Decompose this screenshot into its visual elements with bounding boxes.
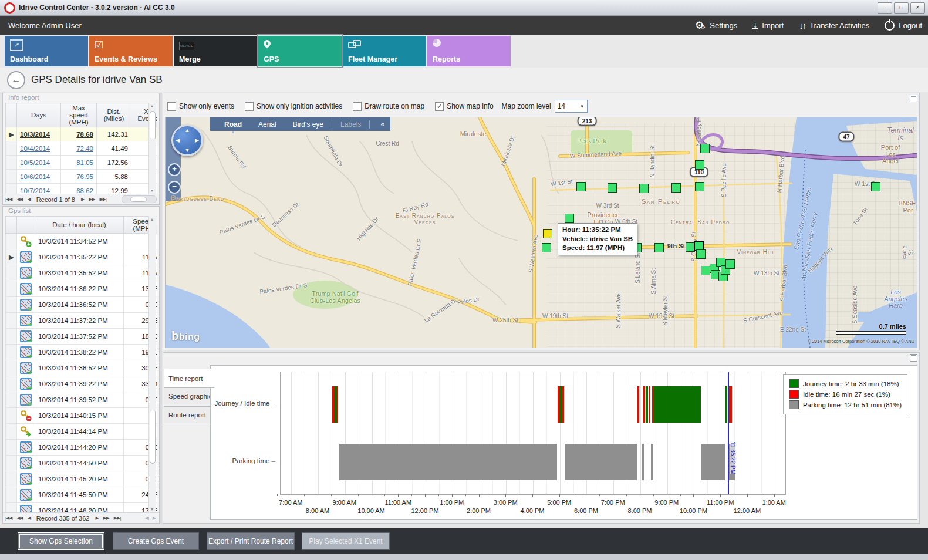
map-pan-compass[interactable]: ▲ ▼ ◀ ▶ [171, 124, 203, 156]
checkbox-show-only-ignition-activities[interactable]: Show only ignition activities [245, 102, 342, 111]
map-zoom-level-select[interactable]: 14▼ [555, 100, 588, 113]
gps-point-marker[interactable] [542, 243, 551, 252]
map-style-road[interactable]: Road [216, 120, 250, 129]
day-link[interactable]: 10/7/2014 [20, 187, 50, 194]
gps-list-scrollbar[interactable]: ▲ ▼ [148, 216, 156, 512]
checkbox-box[interactable]: ✓ [435, 102, 444, 111]
info-col-header[interactable]: Max speed (MPH) [61, 103, 97, 127]
chart-tab-speed-graphic[interactable]: Speed graphic [164, 387, 213, 404]
max-speed-link[interactable]: 76.95 [76, 173, 93, 180]
gps-list-row[interactable]: ▶10/3/2014 11:35:22 PM11.97 [6, 249, 157, 265]
checkbox-show-only-events[interactable]: Show only events [167, 102, 234, 111]
tab-dashboard[interactable]: ↗Dashboard [5, 36, 88, 66]
gps-list-row[interactable]: 10/3/2014 11:39:52 PM0.00 [6, 392, 157, 408]
gps-point-marker[interactable] [671, 183, 681, 193]
max-speed-link[interactable]: 81.05 [76, 159, 93, 166]
chart-tab-time-report[interactable]: Time report [164, 369, 214, 388]
gps-point-marker[interactable] [576, 182, 586, 191]
checkbox-box[interactable] [167, 102, 176, 111]
tab-merge[interactable]: MERGEMerge [174, 36, 257, 66]
checkbox-box[interactable] [245, 102, 254, 111]
gps-point-marker[interactable] [701, 266, 710, 275]
gps-list-row[interactable]: 10/3/2014 11:39:22 PM33.21 [6, 376, 157, 392]
info-col-header[interactable]: Days [17, 103, 61, 127]
map-style-bird-s-eye[interactable]: Bird's eye [285, 120, 332, 129]
footer-button-show-gps-selection[interactable]: Show Gps Selection [18, 532, 104, 550]
gps-list-pager[interactable]: |◀◀◀◀◀ Record 335 of 362 ▶▶▶▶▶| ◀▶ [3, 512, 159, 523]
map-style-labels[interactable]: Labels [332, 120, 369, 129]
info-report-hscrollbar[interactable] [122, 195, 157, 203]
info-report-row[interactable]: 10/6/201476.955.88 [6, 170, 157, 184]
panel-splitter[interactable] [160, 93, 162, 524]
gps-list-row[interactable]: 10/3/2014 11:40:15 PM [6, 408, 157, 424]
gps-list-row[interactable]: 10/3/2014 11:44:50 PM0.00 [6, 456, 157, 471]
gps-point-marker[interactable] [608, 183, 617, 193]
gps-point-marker[interactable] [565, 214, 574, 223]
info-report-row[interactable]: ▶10/3/201478.68142.31 [6, 127, 157, 141]
day-link[interactable]: 10/4/2014 [20, 145, 50, 152]
info-report-pager[interactable]: |◀◀◀◀◀ Record 1 of 8 ▶▶▶▶▶| [3, 194, 159, 204]
collapse-chart-panel-button[interactable] [910, 354, 917, 362]
checkbox-box[interactable] [353, 102, 362, 111]
footer-button-export-print-route-report[interactable]: Export / Print Route Report [207, 532, 295, 550]
collapse-map-panel-button[interactable] [910, 95, 917, 102]
info-col-header[interactable]: Dist. (Miles) [97, 103, 131, 127]
chart-segment-idle-time [558, 386, 559, 423]
maximize-button[interactable]: □ [894, 2, 909, 14]
gps-list-row[interactable]: 10/3/2014 11:37:52 PM18.63 [6, 329, 157, 345]
header-action-import[interactable]: ↓Import [752, 21, 784, 30]
tab-reports[interactable]: Reports [427, 36, 511, 66]
gps-list-row[interactable]: 10/3/2014 11:46:20 PM17.93 [6, 503, 157, 513]
gps-point-marker[interactable] [695, 182, 704, 191]
route-shield-213: 213 [578, 117, 597, 126]
gps-point-marker[interactable] [695, 160, 704, 170]
info-report-scrollbar[interactable]: ▲ ▼ [148, 103, 156, 194]
gps-list-row[interactable]: 10/3/2014 11:37:22 PM29.05 [6, 313, 157, 329]
gps-list-row[interactable]: 10/3/2014 11:38:22 PM19.70 [6, 345, 157, 360]
day-link[interactable]: 10/5/2014 [20, 159, 50, 166]
gps-point-marker[interactable] [871, 182, 880, 191]
close-button[interactable]: × [910, 2, 925, 14]
gps-list-row[interactable]: 10/3/2014 11:44:20 PM0.00 [6, 440, 157, 456]
header-action-transfer-activities[interactable]: ↓↑Transfer Activities [799, 21, 869, 31]
gps-point-marker[interactable] [725, 259, 735, 269]
gps-point-marker[interactable] [654, 243, 664, 252]
gps-list-row[interactable]: 10/3/2014 11:34:52 PM [6, 234, 157, 249]
gps-list-row[interactable]: 10/3/2014 11:36:22 PM13.28 [6, 281, 157, 297]
header-action-logout[interactable]: Logout [885, 21, 922, 31]
bing-map[interactable]: RoadAerialBird's eyeLabels« ▲ ▼ ◀ ▶ + − … [165, 117, 917, 348]
gps-point-marker[interactable] [696, 249, 706, 259]
max-speed-link[interactable]: 72.40 [76, 145, 93, 152]
gps-point-marker[interactable] [639, 184, 649, 193]
day-link[interactable]: 10/6/2014 [20, 173, 50, 180]
map-zoom-out-button[interactable]: − [168, 181, 181, 194]
checkbox-draw-route-on-map[interactable]: Draw route on map [353, 102, 424, 111]
map-style-aerial[interactable]: Aerial [250, 120, 285, 129]
header-action-settings[interactable]: ⚙⚙Settings [695, 21, 737, 31]
gps-point-marker[interactable] [700, 144, 710, 153]
back-button[interactable]: ← [7, 71, 25, 89]
day-link[interactable]: 10/3/2014 [20, 131, 50, 138]
minimize-button[interactable]: – [878, 2, 892, 14]
map-toolbar-collapse[interactable]: « [380, 120, 384, 129]
gps-list-row[interactable]: 10/3/2014 11:38:52 PM30.55 [6, 360, 157, 376]
gps-list-row[interactable]: 10/3/2014 11:45:20 PM0.00 [6, 471, 157, 487]
tab-events-reviews[interactable]: ☑Events & Reviews [89, 36, 173, 66]
gps-col-date[interactable]: Date / hour (local) [35, 217, 124, 234]
gps-list-row[interactable]: 10/3/2014 11:44:14 PM [6, 424, 157, 440]
info-report-row[interactable]: 10/7/201468.6212.99 [6, 184, 157, 194]
tab-gps[interactable]: GPS [258, 36, 342, 66]
gps-list-row[interactable]: 10/3/2014 11:45:50 PM24.75 [6, 487, 157, 503]
selected-gps-point-marker[interactable] [543, 229, 552, 238]
checkbox-show-map-info[interactable]: ✓Show map info [435, 102, 493, 111]
info-report-row[interactable]: 10/5/201481.05172.56 [6, 156, 157, 170]
info-report-row[interactable]: 10/4/201472.4041.49 [6, 141, 157, 156]
map-zoom-in-button[interactable]: + [168, 163, 181, 176]
tab-fleet-manager[interactable]: Fleet Manager [343, 36, 426, 66]
footer-button-create-gps-event[interactable]: Create Gps Event [113, 532, 199, 550]
chart-tab-route-report[interactable]: Route report [164, 406, 213, 423]
max-speed-link[interactable]: 78.68 [76, 131, 93, 138]
gps-list-row[interactable]: 10/3/2014 11:36:52 PM0.00 [6, 297, 157, 313]
max-speed-link[interactable]: 68.62 [76, 187, 93, 194]
gps-list-row[interactable]: 10/3/2014 11:35:52 PM11.47 [6, 265, 157, 281]
